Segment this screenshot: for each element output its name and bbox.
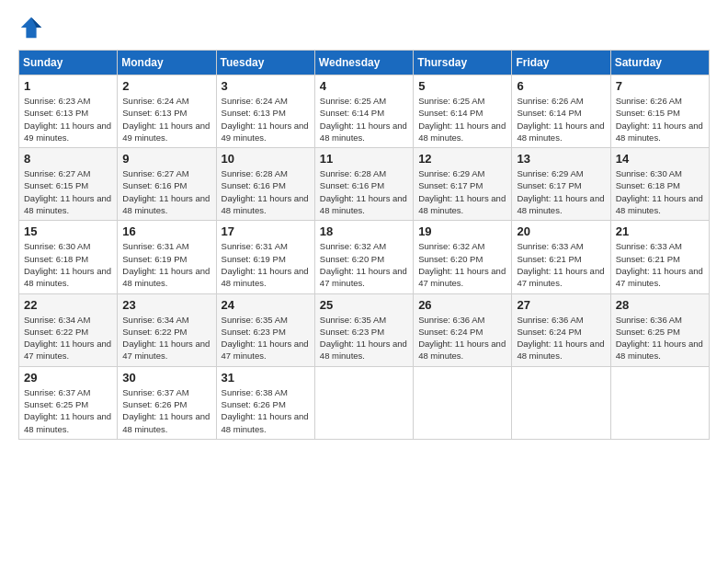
calendar-cell	[414, 366, 512, 439]
day-number: 14	[616, 152, 704, 166]
day-number: 23	[122, 298, 210, 312]
daylight-label: Daylight: 11 hours and 48 minutes.	[222, 411, 309, 433]
daylight-label: Daylight: 11 hours and 48 minutes.	[122, 411, 210, 433]
sunrise-label: Sunrise: 6:28 AM	[320, 168, 386, 178]
day-number: 10	[222, 152, 310, 166]
sunset-label: Sunset: 6:14 PM	[418, 108, 483, 118]
sunset-label: Sunset: 6:14 PM	[320, 108, 384, 118]
day-info: Sunrise: 6:28 AM Sunset: 6:16 PM Dayligh…	[320, 167, 408, 216]
calendar-cell: 22 Sunrise: 6:34 AM Sunset: 6:22 PM Dayl…	[19, 293, 118, 366]
calendar-cell: 18 Sunrise: 6:32 AM Sunset: 6:20 PM Dayl…	[314, 221, 413, 293]
day-header: Thursday	[414, 51, 512, 75]
sunrise-label: Sunrise: 6:31 AM	[222, 241, 288, 251]
sunset-label: Sunset: 6:21 PM	[616, 254, 680, 264]
day-number: 19	[418, 224, 506, 238]
sunset-label: Sunset: 6:22 PM	[122, 327, 187, 337]
day-info: Sunrise: 6:34 AM Sunset: 6:22 PM Dayligh…	[122, 314, 210, 362]
sunrise-label: Sunrise: 6:26 AM	[517, 96, 583, 106]
day-info: Sunrise: 6:29 AM Sunset: 6:17 PM Dayligh…	[517, 167, 605, 216]
day-info: Sunrise: 6:37 AM Sunset: 6:26 PM Dayligh…	[122, 386, 210, 435]
daylight-label: Daylight: 11 hours and 48 minutes.	[24, 266, 111, 288]
calendar-cell: 23 Sunrise: 6:34 AM Sunset: 6:22 PM Dayl…	[118, 293, 216, 366]
sunrise-label: Sunrise: 6:36 AM	[517, 315, 583, 325]
calendar-cell: 6 Sunrise: 6:26 AM Sunset: 6:14 PM Dayli…	[512, 75, 610, 148]
day-info: Sunrise: 6:33 AM Sunset: 6:21 PM Dayligh…	[616, 240, 704, 289]
day-info: Sunrise: 6:23 AM Sunset: 6:13 PM Dayligh…	[24, 95, 112, 144]
daylight-label: Daylight: 11 hours and 47 minutes.	[320, 266, 407, 288]
sunrise-label: Sunrise: 6:36 AM	[616, 315, 682, 325]
calendar-cell: 28 Sunrise: 6:36 AM Sunset: 6:25 PM Dayl…	[610, 293, 709, 366]
day-info: Sunrise: 6:31 AM Sunset: 6:19 PM Dayligh…	[222, 240, 310, 289]
sunset-label: Sunset: 6:25 PM	[616, 327, 680, 337]
day-number: 7	[616, 79, 704, 93]
day-info: Sunrise: 6:31 AM Sunset: 6:19 PM Dayligh…	[122, 240, 210, 289]
calendar-cell: 29 Sunrise: 6:37 AM Sunset: 6:25 PM Dayl…	[19, 366, 118, 439]
sunset-label: Sunset: 6:18 PM	[24, 254, 88, 264]
day-number: 21	[616, 224, 704, 238]
sunset-label: Sunset: 6:19 PM	[222, 254, 286, 264]
sunset-label: Sunset: 6:26 PM	[222, 399, 286, 409]
calendar-cell: 15 Sunrise: 6:30 AM Sunset: 6:18 PM Dayl…	[19, 221, 118, 293]
day-number: 28	[616, 298, 704, 312]
sunrise-label: Sunrise: 6:36 AM	[418, 315, 484, 325]
calendar-cell: 21 Sunrise: 6:33 AM Sunset: 6:21 PM Dayl…	[610, 221, 709, 293]
calendar-cell: 3 Sunrise: 6:24 AM Sunset: 6:13 PM Dayli…	[216, 75, 314, 148]
daylight-label: Daylight: 11 hours and 49 minutes.	[24, 121, 111, 143]
day-number: 18	[320, 224, 408, 238]
calendar-cell: 14 Sunrise: 6:30 AM Sunset: 6:18 PM Dayl…	[610, 148, 709, 221]
sunset-label: Sunset: 6:17 PM	[517, 180, 581, 190]
day-header: Saturday	[610, 51, 709, 75]
day-info: Sunrise: 6:38 AM Sunset: 6:26 PM Dayligh…	[222, 386, 310, 435]
sunset-label: Sunset: 6:15 PM	[616, 108, 680, 118]
sunrise-label: Sunrise: 6:38 AM	[222, 387, 288, 397]
day-number: 16	[122, 224, 210, 238]
day-header: Tuesday	[216, 51, 314, 75]
day-number: 26	[418, 298, 506, 312]
calendar-week-row: 1 Sunrise: 6:23 AM Sunset: 6:13 PM Dayli…	[19, 75, 710, 148]
sunset-label: Sunset: 6:14 PM	[517, 108, 581, 118]
sunrise-label: Sunrise: 6:28 AM	[222, 168, 288, 178]
sunset-label: Sunset: 6:13 PM	[222, 108, 286, 118]
sunset-label: Sunset: 6:16 PM	[222, 180, 286, 190]
day-number: 22	[24, 298, 112, 312]
daylight-label: Daylight: 11 hours and 48 minutes.	[122, 193, 210, 215]
daylight-label: Daylight: 11 hours and 48 minutes.	[122, 266, 210, 288]
day-header: Friday	[512, 51, 610, 75]
sunrise-label: Sunrise: 6:30 AM	[24, 241, 90, 251]
calendar-cell	[512, 366, 610, 439]
sunset-label: Sunset: 6:23 PM	[320, 327, 384, 337]
calendar-header-row: SundayMondayTuesdayWednesdayThursdayFrid…	[19, 51, 710, 75]
daylight-label: Daylight: 11 hours and 49 minutes.	[222, 121, 309, 143]
day-info: Sunrise: 6:25 AM Sunset: 6:14 PM Dayligh…	[418, 95, 506, 144]
daylight-label: Daylight: 11 hours and 49 minutes.	[122, 121, 210, 143]
sunset-label: Sunset: 6:24 PM	[517, 327, 581, 337]
sunrise-label: Sunrise: 6:27 AM	[122, 168, 188, 178]
day-info: Sunrise: 6:30 AM Sunset: 6:18 PM Dayligh…	[24, 240, 112, 289]
calendar-cell	[314, 366, 413, 439]
sunset-label: Sunset: 6:15 PM	[24, 180, 88, 190]
daylight-label: Daylight: 11 hours and 48 minutes.	[222, 193, 309, 215]
sunrise-label: Sunrise: 6:31 AM	[122, 241, 188, 251]
sunrise-label: Sunrise: 6:37 AM	[24, 387, 90, 397]
calendar-week-row: 15 Sunrise: 6:30 AM Sunset: 6:18 PM Dayl…	[19, 221, 710, 293]
sunrise-label: Sunrise: 6:37 AM	[122, 387, 188, 397]
sunrise-label: Sunrise: 6:25 AM	[320, 96, 386, 106]
day-header: Wednesday	[314, 51, 413, 75]
daylight-label: Daylight: 11 hours and 48 minutes.	[418, 121, 506, 143]
calendar-cell: 16 Sunrise: 6:31 AM Sunset: 6:19 PM Dayl…	[118, 221, 216, 293]
sunrise-label: Sunrise: 6:33 AM	[616, 241, 682, 251]
day-number: 24	[222, 298, 310, 312]
day-header: Monday	[118, 51, 216, 75]
calendar-week-row: 8 Sunrise: 6:27 AM Sunset: 6:15 PM Dayli…	[19, 148, 710, 221]
calendar-cell: 9 Sunrise: 6:27 AM Sunset: 6:16 PM Dayli…	[118, 148, 216, 221]
sunset-label: Sunset: 6:13 PM	[24, 108, 88, 118]
day-number: 27	[517, 298, 605, 312]
sunset-label: Sunset: 6:22 PM	[24, 327, 88, 337]
sunset-label: Sunset: 6:16 PM	[122, 180, 187, 190]
logo	[18, 15, 48, 40]
calendar-cell: 4 Sunrise: 6:25 AM Sunset: 6:14 PM Dayli…	[314, 75, 413, 148]
daylight-label: Daylight: 11 hours and 48 minutes.	[418, 193, 506, 215]
sunset-label: Sunset: 6:13 PM	[122, 108, 187, 118]
day-number: 12	[418, 152, 506, 166]
daylight-label: Daylight: 11 hours and 48 minutes.	[616, 339, 703, 361]
